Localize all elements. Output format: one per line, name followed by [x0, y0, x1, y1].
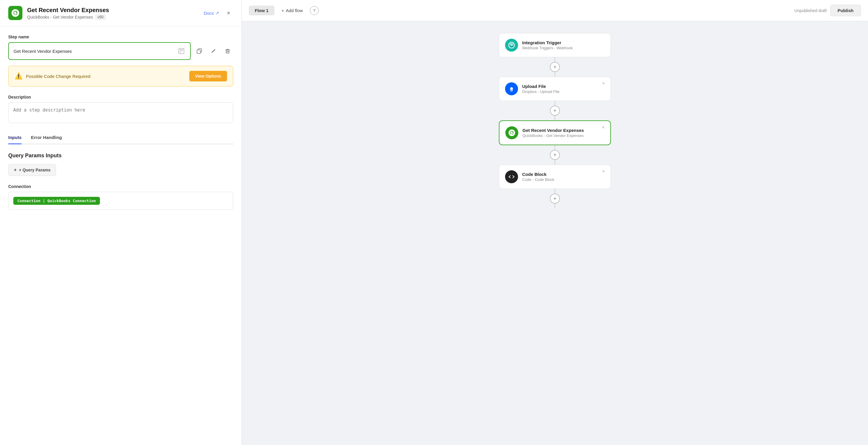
add-query-params-label: + Query Params [19, 168, 51, 172]
add-step-button-4[interactable]: + [550, 194, 560, 204]
view-options-button[interactable]: View Options [189, 71, 227, 82]
connection-display: Connection | QuickBooks Connection [8, 192, 233, 210]
line-top [555, 101, 555, 106]
add-step-button-3[interactable]: + [550, 150, 560, 160]
tab-inputs[interactable]: Inputs [8, 131, 22, 144]
docs-label: Docs [204, 11, 214, 16]
line-top [555, 145, 555, 150]
add-step-button-1[interactable]: + [550, 62, 560, 72]
external-link-icon: ↗ [216, 11, 219, 16]
connection-label: Connection [8, 184, 233, 189]
tabs-row: Inputs Error Handling [8, 131, 233, 144]
panel-subtitle-text: QuickBooks - Get Vendor Expenses [27, 15, 93, 20]
svg-point-12 [508, 129, 515, 136]
help-button[interactable]: ? [310, 6, 319, 15]
plus-icon: + [14, 167, 17, 173]
draft-label: Unpublished draft [794, 8, 827, 13]
upload-file-text: Upload File Dropbox - Upload File [522, 84, 559, 94]
plus-icon: + [282, 8, 284, 13]
warning-icon: ⚠️ [14, 72, 22, 80]
line-bottom [555, 204, 555, 208]
code-block-close-button[interactable]: × [600, 168, 607, 175]
line-top [555, 57, 555, 62]
flow-canvas: Integration Trigger Webhook Triggers - W… [493, 33, 617, 208]
warning-banner: ⚠️ Possible Code Change Required View Op… [8, 66, 233, 86]
add-step-button-2[interactable]: + [550, 106, 560, 116]
header-actions: Docs ↗ × [204, 8, 233, 18]
connection-badge: Connection | QuickBooks Connection [13, 197, 100, 205]
description-input[interactable] [8, 102, 233, 123]
warning-left: ⚠️ Possible Code Change Required [14, 72, 90, 80]
panel-body: Step name [0, 26, 242, 445]
step-name-label: Step name [8, 34, 233, 39]
svg-point-13 [510, 133, 511, 134]
step-name-input-wrapper [8, 42, 191, 60]
svg-rect-9 [226, 50, 229, 53]
qb-logo-icon [8, 6, 22, 20]
svg-point-2 [16, 11, 17, 13]
upload-file-title: Upload File [522, 84, 559, 89]
add-query-params-button[interactable]: + + Query Params [8, 164, 56, 176]
docs-link[interactable]: Docs ↗ [204, 11, 219, 16]
canvas-area[interactable]: Integration Trigger Webhook Triggers - W… [242, 21, 868, 445]
code-block-subtitle: Code - Code Block [522, 177, 554, 182]
get-vendor-expenses-title: Get Recent Vendor Expenses [522, 128, 584, 133]
step-name-input[interactable] [13, 49, 177, 54]
code-block-icon [505, 170, 518, 183]
tab-error-handling[interactable]: Error Handling [31, 131, 62, 144]
upload-file-icon [505, 82, 518, 95]
warning-text: Possible Code Change Required [26, 74, 90, 79]
svg-point-0 [11, 9, 19, 17]
svg-rect-4 [180, 49, 183, 51]
right-panel: Flow 1 + Add flow ? Unpublished draft Pu… [242, 0, 868, 445]
connector-2: + [550, 101, 560, 120]
node-integration-trigger[interactable]: Integration Trigger Webhook Triggers - W… [499, 33, 611, 57]
panel-header: Get Recent Vendor Expenses QuickBooks - … [0, 0, 242, 26]
copy-button[interactable] [194, 46, 205, 57]
flow-tab[interactable]: Flow 1 [249, 6, 275, 16]
line-top [555, 189, 555, 194]
integration-trigger-subtitle: Webhook Triggers - Webhook [522, 46, 573, 50]
line-bottom [555, 116, 555, 120]
svg-point-11 [511, 44, 512, 46]
get-vendor-expenses-text: Get Recent Vendor Expenses QuickBooks - … [522, 128, 584, 138]
left-panel: Get Recent Vendor Expenses QuickBooks - … [0, 0, 242, 445]
version-badge: v50 [95, 14, 105, 20]
add-flow-button[interactable]: + Add flow [278, 6, 306, 16]
connector-1: + [550, 57, 560, 77]
node-upload-file[interactable]: Upload File Dropbox - Upload File × [499, 77, 611, 101]
get-vendor-expenses-icon [505, 126, 518, 139]
ai-icon[interactable] [177, 47, 185, 55]
svg-rect-6 [180, 52, 181, 53]
close-icon: × [227, 10, 230, 17]
integration-trigger-icon [505, 39, 518, 52]
svg-rect-5 [180, 51, 182, 52]
get-vendor-expenses-close-button[interactable]: × [600, 124, 607, 131]
edit-button[interactable] [208, 46, 219, 57]
line-bottom [555, 72, 555, 77]
svg-rect-8 [197, 50, 200, 53]
description-section: Description [8, 95, 233, 124]
node-get-vendor-expenses[interactable]: Get Recent Vendor Expenses QuickBooks - … [499, 120, 611, 145]
line-bottom [555, 160, 555, 165]
delete-button[interactable] [222, 46, 233, 57]
code-block-title: Code Block [522, 172, 554, 177]
svg-point-1 [13, 13, 15, 14]
help-icon: ? [313, 8, 315, 13]
close-button[interactable]: × [224, 8, 233, 18]
upload-file-subtitle: Dropbox - Upload File [522, 89, 559, 94]
panel-header-text: Get Recent Vendor Expenses QuickBooks - … [27, 6, 199, 20]
node-code-block[interactable]: Code Block Code - Code Block × [499, 165, 611, 189]
code-block-text: Code Block Code - Code Block [522, 172, 554, 182]
connection-section: Connection Connection | QuickBooks Conne… [8, 184, 233, 210]
svg-point-14 [513, 131, 513, 132]
description-label: Description [8, 95, 233, 99]
connector-4: + [550, 189, 560, 208]
upload-file-close-button[interactable]: × [600, 80, 607, 87]
integration-trigger-title: Integration Trigger [522, 40, 573, 45]
connector-3: + [550, 145, 560, 165]
panel-title: Get Recent Vendor Expenses [27, 6, 199, 14]
get-vendor-expenses-subtitle: QuickBooks - Get Vendor Expenses [522, 134, 584, 138]
publish-button[interactable]: Publish [830, 5, 861, 16]
step-name-row [8, 42, 233, 60]
